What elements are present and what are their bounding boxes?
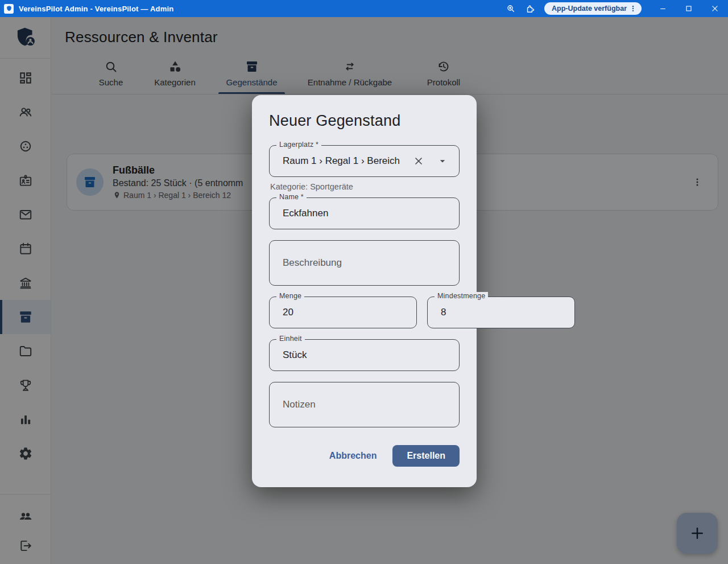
notizen-field[interactable] — [269, 382, 460, 427]
mindestmenge-label: Mindestmenge — [435, 292, 488, 300]
maximize-button[interactable] — [676, 0, 702, 17]
name-input[interactable] — [270, 198, 459, 229]
create-button[interactable]: Erstellen — [392, 445, 460, 467]
menge-field[interactable]: Menge — [269, 297, 417, 328]
einheit-input[interactable] — [270, 340, 459, 370]
mindestmenge-input[interactable] — [428, 297, 574, 328]
close-button[interactable] — [702, 0, 728, 17]
app-update-button[interactable]: App-Update verfügbar — [544, 2, 642, 15]
lagerplatz-input[interactable] — [270, 146, 410, 176]
menge-label: Menge — [276, 292, 304, 300]
new-item-dialog: Neuer Gegenstand Lagerplatz * Kategorie:… — [252, 95, 477, 487]
lagerplatz-field[interactable]: Lagerplatz * — [269, 145, 460, 177]
einheit-field[interactable]: Einheit — [269, 339, 460, 371]
window-title: VereinsPilot Admin - VereinsPilot — Admi… — [19, 5, 173, 13]
kategorie-hint: Kategorie: Sportgeräte — [270, 182, 460, 191]
minimize-button[interactable] — [650, 0, 676, 17]
beschreibung-input[interactable] — [270, 241, 459, 285]
window-titlebar: VereinsPilot Admin - VereinsPilot — Admi… — [0, 0, 728, 17]
app-update-label: App-Update verfügbar — [552, 5, 627, 13]
mindestmenge-field[interactable]: Mindestmenge — [427, 297, 575, 328]
name-label: Name * — [276, 193, 307, 201]
extension-icon[interactable] — [520, 0, 540, 17]
dialog-title: Neuer Gegenstand — [269, 112, 460, 130]
zoom-in-icon[interactable] — [501, 0, 520, 17]
name-field[interactable]: Name * — [269, 197, 460, 229]
cancel-button[interactable]: Abbrechen — [319, 446, 387, 466]
beschreibung-field[interactable] — [269, 240, 460, 286]
app-icon — [4, 4, 14, 14]
dropdown-caret-icon[interactable] — [433, 152, 452, 170]
einheit-label: Einheit — [276, 335, 305, 343]
notizen-input[interactable] — [270, 382, 459, 427]
clear-icon[interactable] — [410, 152, 428, 170]
update-options-kebab-icon[interactable] — [627, 2, 639, 15]
menge-input[interactable] — [270, 297, 416, 328]
lagerplatz-label: Lagerplatz * — [276, 141, 321, 149]
